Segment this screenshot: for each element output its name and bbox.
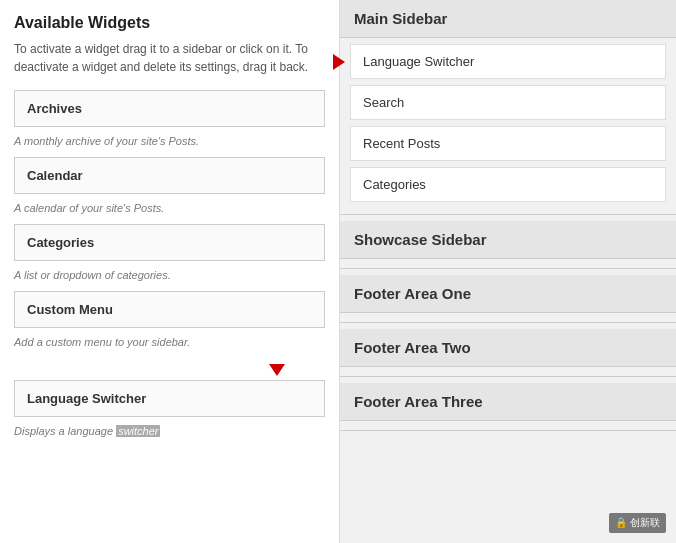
widget-archives[interactable]: Archives [14, 90, 325, 127]
showcase-sidebar-title: Showcase Sidebar [340, 221, 676, 259]
footer-area-three-title: Footer Area Three [340, 383, 676, 421]
widget-custom-menu-wrapper: Custom Menu Add a custom menu to your si… [14, 291, 325, 358]
widget-archives-desc: A monthly archive of your site's Posts. [14, 131, 325, 157]
widget-categories-desc: A list or dropdown of categories. [14, 265, 325, 291]
sidebar-widget-recent-posts[interactable]: Recent Posts [350, 126, 666, 161]
footer-area-three-widgets [340, 421, 676, 431]
footer-area-one-title: Footer Area One [340, 275, 676, 313]
widget-language-switcher-desc: Displays a language switcher [14, 421, 325, 447]
sidebar-management-panel: Main Sidebar Language Switcher Search Re… [340, 0, 676, 543]
app-layout: Available Widgets To activate a widget d… [0, 0, 676, 543]
widget-categories[interactable]: Categories [14, 224, 325, 261]
sidebar-widget-search[interactable]: Search [350, 85, 666, 120]
footer-area-one-widgets [340, 313, 676, 323]
widget-calendar[interactable]: Calendar [14, 157, 325, 194]
main-sidebar-title: Main Sidebar [340, 0, 676, 38]
widget-custom-menu[interactable]: Custom Menu [14, 291, 325, 328]
drag-arrow-down-icon [269, 364, 285, 376]
footer-area-two-title: Footer Area Two [340, 329, 676, 367]
panel-title: Available Widgets [14, 14, 325, 32]
showcase-sidebar-widgets [340, 259, 676, 269]
main-sidebar-widgets: Language Switcher Search Recent Posts Ca… [340, 44, 676, 215]
sidebar-widget-categories[interactable]: Categories [350, 167, 666, 202]
highlight-switcher: switcher [116, 425, 160, 437]
widget-calendar-desc: A calendar of your site's Posts. [14, 198, 325, 224]
widget-language-switcher[interactable]: Language Switcher [14, 380, 325, 417]
panel-instructions: To activate a widget drag it to a sideba… [14, 40, 325, 76]
sidebar-widget-language-switcher[interactable]: Language Switcher [350, 44, 666, 79]
drag-arrow-right-icon [333, 54, 345, 70]
available-widgets-panel: Available Widgets To activate a widget d… [0, 0, 340, 543]
footer-area-two-widgets [340, 367, 676, 377]
watermark: 🔒 创新联 [609, 513, 666, 533]
widget-custom-menu-desc: Add a custom menu to your sidebar. [14, 332, 325, 358]
